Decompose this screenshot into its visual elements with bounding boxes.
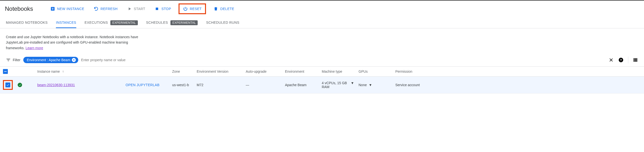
page-title: Notebooks [5,5,33,12]
power-icon [183,6,188,11]
select-all-checkbox[interactable] [3,69,8,74]
filter-chip[interactable]: Environment : Apache Beam ✕ [23,57,78,63]
svg-text:?: ? [620,58,622,62]
learn-more-link[interactable]: Learn more [26,46,43,50]
play-icon [127,6,132,11]
tab-instances[interactable]: INSTANCES [56,17,76,28]
cell-env-version: M72 [197,83,246,87]
svg-rect-1 [156,7,158,10]
top-action-bar: Notebooks NEW INSTANCE REFRESH START STO… [0,0,644,17]
tab-managed-notebooks[interactable]: MANAGED NOTEBOOKS [6,17,48,28]
plus-icon [50,6,55,11]
table-header: Instance name ↑ Zone Environment Version… [0,66,644,77]
reset-highlight: RESET [178,3,206,14]
col-env-version[interactable]: Environment Version [197,70,246,73]
close-icon[interactable] [608,57,614,63]
stop-button[interactable]: STOP [152,5,173,13]
filter-input[interactable] [81,58,606,62]
stop-label: STOP [161,7,171,11]
filter-chip-label: Environment : Apache Beam [27,58,70,62]
filter-label-wrap: Filter [6,57,20,62]
filter-icon [6,57,11,62]
refresh-icon [94,6,98,11]
sort-up-icon: ↑ [62,70,64,73]
tab-scheduled-runs[interactable]: SCHEDULED RUNS [206,17,239,28]
status-running-icon [18,83,22,87]
cell-auto-upgrade: — [246,83,285,87]
start-button[interactable]: START [125,5,148,13]
start-label: START [134,7,146,11]
cell-permission: Service account [395,83,425,87]
instances-table: Instance name ↑ Zone Environment Version… [0,66,644,94]
trash-icon [213,6,218,11]
instance-name-link[interactable]: beam-20210630-113931 [37,83,75,87]
new-instance-button[interactable]: NEW INSTANCE [48,5,86,13]
experimental-badge: EXPERIMENTAL [170,20,198,25]
delete-label: DELETE [220,7,234,11]
svg-rect-5 [635,58,636,62]
filter-label: Filter [13,58,20,62]
delete-button[interactable]: DELETE [212,5,236,13]
row-checkbox-highlight [3,80,13,90]
reset-label: RESET [190,7,202,11]
col-machine-type[interactable]: Machine type [322,70,358,73]
description-text: Create and use Jupyter Notebooks with a … [0,28,152,51]
filter-bar: Filter Environment : Apache Beam ✕ ? [0,51,644,66]
tab-executions[interactable]: EXECUTIONS EXPERIMENTAL [84,17,138,28]
row-checkbox[interactable] [6,82,10,87]
filter-right: ? [608,57,638,63]
reset-button[interactable]: RESET [181,5,204,13]
col-gpus[interactable]: GPUs [358,70,395,73]
chevron-down-icon[interactable]: ▼ [351,81,354,85]
open-jupyterlab-link[interactable]: OPEN JUPYTERLAB [126,83,160,87]
tabs-bar: MANAGED NOTEBOOKS INSTANCES EXECUTIONS E… [0,17,644,28]
columns-icon[interactable] [633,57,638,63]
help-icon[interactable]: ? [618,57,624,63]
svg-rect-4 [634,58,635,62]
chevron-down-icon[interactable]: ▼ [368,83,372,87]
stop-icon [154,6,160,11]
divider [628,57,628,63]
cell-machine-type[interactable]: 4 vCPUs, 15 GB RAM ▼ [322,81,358,89]
experimental-badge: EXPERIMENTAL [110,20,138,25]
svg-rect-6 [636,58,638,62]
cell-gpus[interactable]: None ▼ [358,83,395,87]
tab-schedules-label: SCHEDULES [146,20,168,24]
close-icon[interactable]: ✕ [72,58,76,62]
col-environment[interactable]: Environment [285,70,322,73]
col-instance-name[interactable]: Instance name ↑ [37,70,126,73]
refresh-label: REFRESH [100,7,118,11]
col-permission[interactable]: Permission [395,70,425,73]
refresh-button[interactable]: REFRESH [92,5,120,13]
col-auto-upgrade[interactable]: Auto-upgrade [246,70,285,73]
new-instance-label: NEW INSTANCE [57,7,84,11]
tab-executions-label: EXECUTIONS [84,20,108,24]
table-row: beam-20210630-113931 OPEN JUPYTERLAB us-… [0,77,644,94]
tab-schedules[interactable]: SCHEDULES EXPERIMENTAL [146,17,198,28]
cell-zone: us-west1-b [172,83,197,87]
col-zone[interactable]: Zone [172,70,197,73]
cell-environment: Apache Beam [285,83,322,87]
